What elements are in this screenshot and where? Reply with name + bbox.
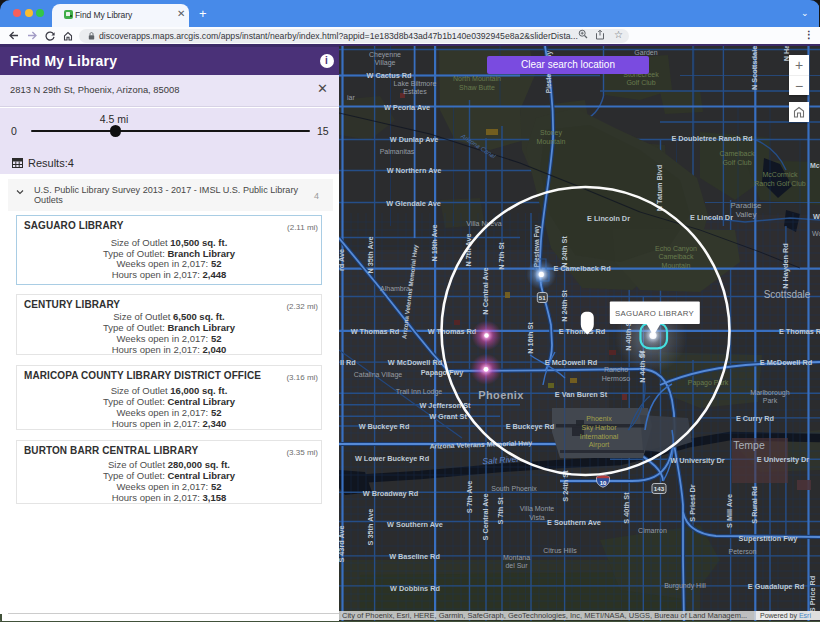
svg-text:E Buckeye Rd: E Buckeye Rd <box>506 422 555 431</box>
svg-text:Winde: Winde <box>813 212 820 221</box>
svg-text:N Hayden Rd: N Hayden Rd <box>781 243 790 288</box>
svg-text:W Grant St: W Grant St <box>429 412 467 421</box>
svg-text:McCormick: McCormick <box>763 171 798 178</box>
svg-text:Phoenix: Phoenix <box>478 389 524 401</box>
svg-text:Garden: Garden <box>634 49 657 56</box>
svg-text:N 24th St: N 24th St <box>560 236 569 268</box>
svg-text:N Central Ave: N Central Ave <box>481 267 490 314</box>
svg-text:E Thomas R: E Thomas R <box>779 327 820 336</box>
svg-text:Superstition Fwy: Superstition Fwy <box>739 534 799 543</box>
svg-text:S 43rd Ave: S 43rd Ave <box>339 525 346 562</box>
svg-text:ll Rd: ll Rd <box>340 358 356 367</box>
svg-text:N Scottsdale Rd: N Scottsdale Rd <box>750 46 759 90</box>
svg-text:W Thomas Rd: W Thomas Rd <box>428 327 477 336</box>
svg-text:S 35th Ave: S 35th Ave <box>366 509 375 546</box>
svg-text:S Mill Ave: S Mill Ave <box>725 494 734 528</box>
svg-text:South Phoenix: South Phoenix <box>491 485 537 492</box>
svg-text:S 7th Ave: S 7th Ave <box>465 481 474 514</box>
svg-text:E Curry Rd: E Curry Rd <box>736 414 774 423</box>
svg-text:143: 143 <box>654 485 665 492</box>
svg-text:Villa Monte: Villa Monte <box>520 505 555 512</box>
svg-text:Sky Harbor: Sky Harbor <box>581 424 617 432</box>
svg-text:Vista: Vista <box>529 514 545 521</box>
svg-text:W Northern Ave: W Northern Ave <box>387 166 442 175</box>
svg-text:W Lower Buckeye Rd: W Lower Buckeye Rd <box>355 454 429 463</box>
svg-text:W Glendale Ave: W Glendale Ave <box>386 199 441 208</box>
svg-text:S Rural Rd: S Rural Rd <box>750 486 759 523</box>
svg-text:Airport: Airport <box>589 441 610 449</box>
svg-text:Mountain: Mountain <box>537 138 566 145</box>
svg-text:S Central Ave: S Central Ave <box>481 494 490 541</box>
svg-text:W Dobbins Rd: W Dobbins Rd <box>390 584 440 593</box>
svg-text:W Peoria Ave: W Peoria Ave <box>384 103 430 112</box>
svg-text:Ranch Golf Club: Ranch Golf Club <box>754 180 805 187</box>
svg-text:E Lincoln Dr: E Lincoln Dr <box>587 214 630 223</box>
svg-text:Lake Biltmore: Lake Biltmore <box>394 80 437 87</box>
svg-text:W Broadway Rd: W Broadway Rd <box>363 489 419 498</box>
svg-text:10: 10 <box>600 480 607 486</box>
svg-text:S 7th St: S 7th St <box>496 497 505 525</box>
svg-text:E McDowell Rd: E McDowell Rd <box>760 358 812 367</box>
svg-text:W Thomas Rd: W Thomas Rd <box>351 327 400 336</box>
svg-text:Scottsdale: Scottsdale <box>764 289 811 300</box>
svg-text:Mountain: Mountain <box>662 262 691 269</box>
svg-text:Citrus Hills: Citrus Hills <box>543 547 577 554</box>
svg-text:E Guadalupe Rd: E Guadalupe Rd <box>748 582 804 591</box>
svg-text:N 16th St: N 16th St <box>526 322 535 354</box>
svg-text:Villa Nueva: Villa Nueva <box>466 220 501 227</box>
svg-text:Rancho: Rancho <box>604 366 628 373</box>
svg-text:E Doubletree Ranch Rd: E Doubletree Ranch Rd <box>671 134 752 143</box>
svg-text:W Baseline Rd: W Baseline Rd <box>389 552 440 561</box>
svg-text:S Price Rd: S Price Rd <box>808 576 817 613</box>
svg-text:Hermoso: Hermoso <box>602 375 631 382</box>
svg-text:E University Dr: E University Dr <box>757 455 809 464</box>
svg-text:S Priest Dr: S Priest Dr <box>688 484 697 521</box>
svg-text:Alhambra: Alhambra <box>380 285 410 292</box>
svg-text:W McDowell Rd: W McDowell Rd <box>388 358 442 367</box>
svg-text:Burgundy Hill: Burgundy Hill <box>664 582 706 590</box>
svg-text:Camelback: Camelback <box>719 150 755 157</box>
svg-text:rd Ave: rd Ave <box>339 249 346 271</box>
svg-text:E Van Buren St: E Van Buren St <box>555 390 608 399</box>
svg-text:Park: Park <box>763 397 778 404</box>
svg-text:N 24th St: N 24th St <box>560 290 569 322</box>
svg-text:International: International <box>580 433 619 440</box>
svg-text:S 40th St: S 40th St <box>622 492 631 524</box>
svg-text:Shaw Butte: Shaw Butte <box>459 84 495 91</box>
svg-text:Golf Club: Golf Club <box>626 79 655 86</box>
svg-text:W Southern Ave: W Southern Ave <box>387 520 443 529</box>
svg-text:W Buckeye Rd: W Buckeye Rd <box>359 422 410 431</box>
svg-text:Papago Fwy: Papago Fwy <box>421 368 465 377</box>
svg-text:McCo: McCo <box>810 162 820 169</box>
svg-text:North Mountain: North Mountain <box>453 75 501 82</box>
svg-text:N 19th Ave: N 19th Ave <box>430 224 439 261</box>
svg-text:Stoney: Stoney <box>540 129 562 137</box>
svg-text:N 7th St: N 7th St <box>497 242 506 270</box>
svg-text:Golf Club: Golf Club <box>722 159 751 166</box>
svg-text:Cimarron: Cimarron <box>638 527 667 534</box>
svg-text:SAGUARO LIBRARY: SAGUARO LIBRARY <box>615 309 694 318</box>
svg-text:W University Dr: W University Dr <box>670 456 724 465</box>
svg-text:del Sur: del Sur <box>505 562 528 569</box>
svg-text:N 35th Ave: N 35th Ave <box>366 236 375 273</box>
svg-text:51: 51 <box>539 294 546 301</box>
svg-text:E Lincoln Dr: E Lincoln Dr <box>690 213 733 222</box>
svg-text:Phoenix: Phoenix <box>586 415 612 422</box>
svg-text:Cheyenne: Cheyenne <box>369 51 401 59</box>
svg-text:Woodl: Woodl <box>812 230 820 237</box>
svg-text:Catalina Village: Catalina Village <box>354 371 403 379</box>
svg-text:Village: Village <box>375 59 396 67</box>
svg-text:Echo Canyon: Echo Canyon <box>655 245 697 253</box>
svg-text:E Southern Ave: E Southern Ave <box>547 518 601 527</box>
svg-text:Palmanitas: Palmanitas <box>380 148 415 155</box>
svg-text:Marlborough: Marlborough <box>750 389 789 397</box>
svg-text:W Dunlap Ave: W Dunlap Ave <box>390 135 439 144</box>
svg-text:Tempe: Tempe <box>733 439 765 451</box>
svg-text:W Cactus Rd: W Cactus Rd <box>367 71 412 80</box>
svg-text:Valley: Valley <box>736 210 757 219</box>
svg-text:Montana: Montana <box>503 554 530 561</box>
svg-text:iar: iar <box>347 94 355 101</box>
svg-text:E McDowell Rd: E McDowell Rd <box>545 358 597 367</box>
svg-text:Papago Park: Papago Park <box>688 379 729 387</box>
svg-text:Peterson: Peterson <box>728 548 756 555</box>
